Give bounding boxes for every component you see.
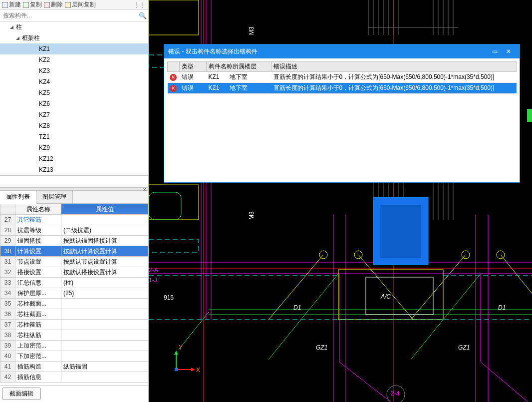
error-icon: ✕ (170, 74, 177, 81)
property-row[interactable]: 30计算设置按默认计算设置计算 (0, 246, 148, 257)
label-2a: 2-A (149, 267, 158, 274)
property-tabs: 属性列表 图层管理 (0, 190, 148, 204)
svg-rect-42 (149, 185, 199, 220)
label-24: 2-4 (391, 390, 400, 397)
property-row[interactable]: 36芯柱截面... (0, 309, 148, 320)
svg-rect-57 (149, 192, 181, 220)
label-d1: D1 (498, 304, 506, 311)
search-icon[interactable]: 🔍 (137, 12, 148, 19)
copy-button[interactable]: 复制 (23, 0, 42, 9)
tree-leaf[interactable]: KZ6 (0, 98, 148, 109)
close-button[interactable]: ✕ (502, 46, 516, 56)
error-row[interactable]: ✕错误KZ1 地下室直筋长度的计算结果小于0，计算公式为[650-Max(650… (168, 83, 517, 94)
label-m3: M3 (248, 26, 255, 35)
col-type: 类型 (180, 62, 207, 72)
tree-leaf[interactable]: KZ2 (0, 54, 148, 65)
error-table[interactable]: 类型 构件名称所属楼层 错误描述 ✕错误KZ1 地下室直筋长度的计算结果小于0，… (167, 61, 517, 94)
svg-line-51 (501, 255, 532, 295)
dialog-title-text: 错误 - 双击构件名称选择出错构件 (168, 47, 258, 56)
layer-copy-button[interactable]: 层间复制 (65, 0, 96, 9)
svg-rect-65 (366, 277, 433, 315)
property-row[interactable]: 38芯柱纵筋 (0, 330, 148, 341)
tree-leaf[interactable]: KZ1 (0, 43, 148, 54)
splitter-handle[interactable]: × (0, 187, 148, 190)
svg-line-40 (481, 362, 528, 402)
property-row[interactable]: 40下加密范... (0, 351, 148, 362)
property-row[interactable]: 35芯柱截面... (0, 299, 148, 309)
edit-section-button[interactable]: 截面编辑 (2, 388, 41, 400)
maximize-button[interactable]: ▭ (488, 46, 502, 56)
property-row[interactable]: 28抗震等级(二级抗震) (0, 225, 148, 236)
close-panel-icon[interactable]: × (143, 186, 146, 192)
svg-marker-68 (191, 368, 195, 372)
tab-properties[interactable]: 属性列表 (0, 191, 36, 204)
property-row[interactable]: 41插筋构造纵筋锚固 (0, 362, 148, 372)
svg-line-61 (268, 274, 338, 360)
axis-y-label: Y (179, 344, 183, 351)
label-915: 915 (164, 294, 174, 301)
new-button[interactable]: 新建 (2, 0, 21, 9)
prop-name-header: 属性名称 (15, 204, 61, 215)
tree-leaf[interactable]: KZ3 (0, 65, 148, 76)
property-row[interactable]: 29锚固搭接按默认锚固搭接计算 (0, 236, 148, 246)
dialog-titlebar[interactable]: 错误 - 双击构件名称选择出错构件 ▭ ✕ (164, 44, 520, 58)
component-tree[interactable]: ◢柱◢框架柱KZ1KZ2KZ3KZ4KZ5KZ6KZ7KZ8TZ1KZ9KZ12… (0, 21, 148, 176)
label-d1: D1 (293, 304, 301, 311)
property-row[interactable]: 33汇总信息(柱) (0, 278, 148, 288)
svg-line-60 (179, 312, 209, 350)
delete-button[interactable]: 删除 (44, 0, 63, 9)
toolbar-grip-icon[interactable]: ⋮⋮ (133, 1, 146, 8)
copy-icon (23, 2, 29, 8)
tree-leaf[interactable]: KZ5 (0, 87, 148, 98)
property-row[interactable]: 34保护层厚...(25) (0, 288, 148, 299)
error-row[interactable]: ✕错误KZ1 地下室直筋长度的计算结果小于0，计算公式为[650-Max(650… (168, 72, 517, 83)
tree-group[interactable]: ◢框架柱 (0, 32, 148, 43)
property-row[interactable]: 42插筋信息 (0, 372, 148, 383)
property-row[interactable]: 31节点设置按默认节点设置计算 (0, 257, 148, 267)
property-table[interactable]: 属性名称 属性值 27其它箍筋28抗震等级(二级抗震)29锚固搭接按默认锚固搭接… (0, 204, 148, 383)
label-1j: 1-J (149, 277, 157, 284)
label-ac: A/C (380, 293, 391, 300)
svg-rect-71 (175, 368, 178, 371)
tree-leaf[interactable]: KZ9 (0, 142, 148, 153)
component-toolbar: 新建 复制 删除 层间复制 ⋮⋮ (0, 0, 148, 10)
col-name: 构件名称所属楼层 (207, 62, 271, 72)
col-desc: 错误描述 (271, 62, 517, 72)
search-input[interactable] (0, 10, 137, 21)
new-icon (2, 2, 8, 8)
tree-leaf[interactable]: KZ12 (0, 153, 148, 164)
tree-root[interactable]: ◢柱 (0, 21, 148, 32)
svg-rect-64 (380, 205, 421, 258)
property-row[interactable]: 39上加密范... (0, 341, 148, 351)
svg-line-62 (411, 274, 481, 360)
label-m3: M3 (248, 211, 255, 220)
error-icon: ✕ (170, 85, 177, 92)
right-edge-handle[interactable] (527, 109, 532, 122)
row-num-header (0, 204, 15, 215)
layer-copy-icon (65, 2, 71, 8)
svg-marker-70 (174, 351, 178, 355)
delete-icon (44, 2, 50, 8)
property-row[interactable]: 32搭接设置按默认搭接设置计算 (0, 267, 148, 278)
tree-leaf[interactable]: TZ1 (0, 131, 148, 142)
label-gz1: GZ1 (458, 344, 470, 351)
tab-layers[interactable]: 图层管理 (36, 191, 73, 203)
svg-line-38 (339, 362, 391, 402)
property-row[interactable]: 27其它箍筋 (0, 215, 148, 225)
axis-x-label: X (196, 367, 200, 374)
tree-leaf[interactable]: KZ8 (0, 120, 148, 131)
property-row[interactable]: 37芯柱箍筋 (0, 320, 148, 330)
tree-leaf[interactable]: KZ4 (0, 76, 148, 87)
error-dialog: 错误 - 双击构件名称选择出错构件 ▭ ✕ 类型 构件名称所属楼层 错误描述 ✕… (164, 44, 520, 183)
label-gz1: GZ1 (316, 344, 327, 351)
tree-leaf[interactable]: KZ7 (0, 109, 148, 120)
tree-leaf[interactable]: KZ13 (0, 164, 148, 175)
prop-value-header: 属性值 (61, 204, 148, 215)
svg-rect-52 (149, 240, 199, 252)
svg-rect-41 (149, 0, 199, 35)
